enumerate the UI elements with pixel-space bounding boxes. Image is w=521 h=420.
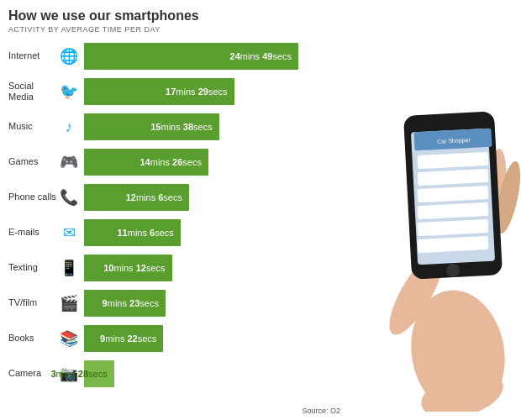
- bar-label: Texting: [8, 262, 57, 273]
- bar-wrap: 9mins 23secs: [84, 290, 345, 317]
- source-label: Source: O2: [302, 407, 340, 415]
- bar-row: E-mails✉11mins 6secs: [8, 217, 345, 249]
- bar-value: 10mins 12secs: [103, 263, 165, 273]
- bar-wrap: 3mins 28secs: [84, 360, 345, 387]
- bar-row: Camera📷3mins 28secs: [8, 358, 345, 390]
- bar-wrap: 17mins 29secs: [84, 78, 345, 105]
- bar-label: Internet: [8, 50, 57, 61]
- bar-wrap: 11mins 6secs: [84, 219, 345, 246]
- bar-wrap: 9mins 22secs: [84, 325, 345, 352]
- bar-value: 9mins 22secs: [100, 333, 156, 344]
- bar-value: 11mins 6secs: [117, 228, 173, 238]
- bar-row: Social Media🐦17mins 29secs: [8, 76, 345, 108]
- phone-illustration: Car Shopper: [328, 84, 521, 412]
- bar-value: 12mins 6secs: [126, 192, 182, 202]
- bar-icon: 🎮: [57, 153, 81, 171]
- bar-icon: 📞: [57, 188, 81, 207]
- bar-label: Books: [8, 333, 57, 344]
- bar-fill: 14mins 26secs: [84, 149, 208, 176]
- bar-wrap: 15mins 38secs: [84, 113, 345, 140]
- bar-value: 14mins 26secs: [139, 157, 201, 167]
- bar-fill: 12mins 6secs: [84, 184, 189, 211]
- bar-row: Phone calls📞12mins 6secs: [8, 181, 345, 213]
- bar-value: 9mins 23secs: [103, 298, 159, 308]
- bar-label: TV/film: [8, 297, 57, 308]
- bar-fill: 15mins 38secs: [84, 113, 219, 140]
- bar-label: Music: [8, 121, 57, 132]
- bar-row: Texting📱10mins 12secs: [8, 252, 345, 284]
- bars-container: Internet🌐24mins 49secsSocial Media🐦17min…: [8, 40, 345, 390]
- bar-row: TV/film🎬9mins 23secs: [8, 287, 345, 319]
- bar-fill: 10mins 12secs: [84, 255, 172, 281]
- bar-wrap: 14mins 26secs: [84, 149, 345, 176]
- bar-fill: 24mins 49secs: [84, 43, 298, 70]
- bar-fill: 3mins 28secs: [84, 360, 114, 387]
- bar-icon: 🌐: [57, 47, 81, 66]
- bar-icon: ✉: [57, 223, 81, 242]
- bar-fill: 17mins 29secs: [84, 78, 234, 105]
- bar-wrap: 12mins 6secs: [84, 184, 345, 211]
- chart-title: How we use our smartphones: [8, 8, 345, 24]
- bar-label: E-mails: [8, 227, 57, 238]
- chart-subtitle: ACTIVITY BY AVERAGE TIME PER DAY: [8, 25, 345, 34]
- bar-value: 24mins 49secs: [230, 51, 292, 61]
- bar-value: 3mins 28secs: [50, 369, 107, 379]
- bar-value: 17mins 29secs: [166, 87, 227, 97]
- bar-icon: 🐦: [57, 82, 81, 101]
- bar-row: Internet🌐24mins 49secs: [8, 40, 345, 72]
- bar-label: Social Media: [8, 81, 57, 102]
- bar-label: Games: [8, 156, 57, 167]
- bar-icon: 🎬: [57, 294, 81, 312]
- bar-row: Games🎮14mins 26secs: [8, 146, 345, 178]
- bar-wrap: 10mins 12secs: [84, 255, 345, 281]
- bar-row: Music♪15mins 38secs: [8, 111, 345, 143]
- bar-value: 15mins 38secs: [150, 122, 212, 132]
- bar-fill: 9mins 22secs: [84, 325, 163, 352]
- bar-icon: 📚: [57, 329, 81, 348]
- bar-label: Camera: [8, 368, 57, 379]
- bar-fill: 9mins 23secs: [84, 290, 166, 317]
- bar-wrap: 24mins 49secs: [84, 43, 345, 70]
- bar-fill: 11mins 6secs: [84, 219, 181, 246]
- bar-row: Books📚9mins 22secs: [8, 323, 345, 354]
- bar-label: Phone calls: [8, 192, 57, 202]
- chart-container: How we use our smartphones ACTIVITY BY A…: [0, 0, 353, 402]
- bar-icon: 📱: [57, 259, 81, 277]
- bar-icon: ♪: [57, 118, 81, 136]
